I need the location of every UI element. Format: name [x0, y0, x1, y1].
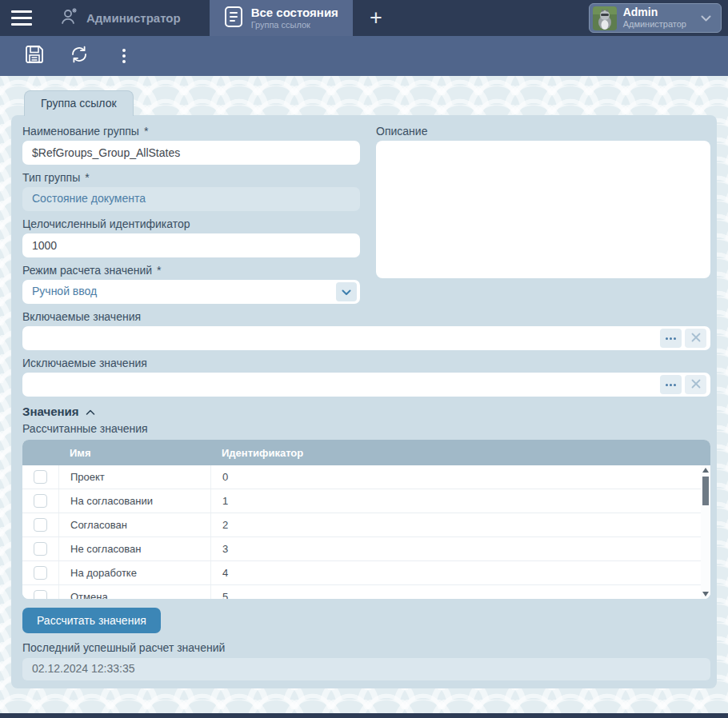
calc-mode-select[interactable]: Ручной ввод	[22, 280, 360, 304]
table-header-row: Имя Идентификатор	[22, 440, 710, 465]
table-row[interactable]: На согласовании 1	[22, 489, 710, 513]
row-id: 4	[210, 561, 308, 584]
last-calc-value: 02.12.2024 12:33:35	[22, 658, 710, 680]
save-button[interactable]	[24, 46, 45, 66]
row-id: 2	[210, 513, 308, 537]
row-name: Отмена	[58, 585, 210, 599]
int-id-input[interactable]	[22, 233, 360, 257]
required-asterisk: *	[144, 125, 148, 138]
excluded-values-label: Исключаемые значения	[22, 357, 710, 369]
page-background: Группа ссылок Наименование группы* Тип г…	[0, 76, 728, 718]
table-row[interactable]: На доработке 4	[22, 561, 710, 585]
calc-mode-value: Ручной ввод	[32, 285, 97, 297]
new-tab-button[interactable]: +	[353, 0, 399, 36]
description-label: Описание	[376, 125, 710, 138]
group-type-label: Тип группы*	[22, 171, 360, 184]
avatar	[593, 6, 617, 30]
row-name: На доработке	[58, 561, 210, 584]
row-checkbox[interactable]	[34, 470, 47, 484]
table-row[interactable]: Согласован 2	[22, 513, 710, 537]
refresh-button[interactable]	[69, 46, 90, 66]
close-icon	[691, 331, 701, 345]
table-row[interactable]: Проект 0	[22, 465, 710, 489]
more-actions-button[interactable]	[114, 46, 134, 66]
administrator-menu-item[interactable]: Администратор	[59, 0, 181, 36]
int-id-label: Целочисленный идентификатор	[22, 217, 360, 230]
values-section-toggle[interactable]: Значения	[22, 405, 710, 418]
excluded-lookup-button[interactable]	[660, 375, 682, 394]
table-scrollbar[interactable]	[701, 465, 710, 599]
row-id: 1	[210, 489, 308, 513]
header-name-column: Имя	[58, 447, 210, 459]
ellipsis-icon	[666, 384, 668, 386]
form-panel: Наименование группы* Тип группы* Состоян…	[11, 115, 717, 688]
row-name: Не согласован	[58, 537, 210, 560]
excluded-values-input[interactable]	[22, 373, 710, 397]
group-type-value: Состояние документа	[22, 187, 360, 211]
table-row[interactable]: Отмена 5	[22, 585, 710, 599]
row-checkbox[interactable]	[34, 494, 47, 508]
user-role: Администратор	[623, 19, 686, 30]
row-name: Проект	[58, 465, 210, 489]
save-icon	[24, 44, 45, 68]
row-checkbox[interactable]	[34, 590, 47, 599]
row-id: 3	[210, 537, 308, 560]
tab-all-states[interactable]: Все состояния Группа ссылок	[210, 0, 353, 36]
user-name: Admin	[623, 6, 686, 20]
scroll-down-icon[interactable]	[702, 592, 709, 596]
tab-group-links[interactable]: Группа ссылок	[24, 90, 134, 116]
tab-title: Все состояния	[251, 6, 338, 20]
row-checkbox[interactable]	[34, 518, 47, 532]
included-values-label: Включаемые значения	[22, 310, 710, 323]
required-asterisk: *	[85, 171, 89, 184]
last-calc-label: Последний успешный расчет значений	[22, 641, 710, 654]
values-section-title: Значения	[22, 405, 79, 418]
chevron-down-icon	[342, 285, 351, 298]
row-name: Согласован	[58, 513, 210, 537]
scrollbar-thumb[interactable]	[702, 477, 709, 505]
group-name-input[interactable]	[22, 141, 360, 165]
row-id: 5	[210, 585, 308, 599]
hamburger-menu-icon[interactable]	[0, 0, 42, 36]
chevron-up-icon	[86, 405, 95, 418]
top-bar: Администратор Все состояния Группа ссыло…	[0, 0, 728, 36]
included-clear-button[interactable]	[685, 329, 706, 348]
refresh-icon	[69, 44, 90, 68]
ellipsis-icon	[666, 337, 668, 340]
topbar-spacer	[399, 0, 589, 36]
table-body: Проект 0 На согласовании 1 Согласован 2	[22, 465, 710, 599]
header-id-column: Идентификатор	[210, 447, 308, 459]
scroll-up-icon[interactable]	[702, 468, 709, 473]
user-menu-button[interactable]: Admin Администратор	[589, 3, 722, 33]
row-id: 0	[210, 465, 308, 489]
table-row[interactable]: Не согласован 3	[22, 537, 710, 561]
excluded-clear-button[interactable]	[685, 375, 706, 394]
plus-icon: +	[370, 6, 382, 30]
included-lookup-button[interactable]	[660, 329, 682, 348]
description-textarea[interactable]	[376, 141, 710, 278]
document-icon	[224, 6, 243, 31]
bottom-bar	[0, 713, 728, 718]
included-values-input[interactable]	[22, 326, 710, 350]
row-checkbox[interactable]	[34, 542, 47, 556]
row-name: На согласовании	[58, 489, 210, 513]
select-dropdown-button[interactable]	[336, 282, 357, 301]
row-checkbox[interactable]	[34, 566, 47, 580]
calc-mode-label: Режим расчета значений*	[22, 264, 360, 277]
tab-subtitle: Группа ссылок	[251, 20, 338, 30]
administrator-label: Администратор	[86, 11, 181, 25]
toolbar	[0, 36, 728, 76]
computed-values-table: Имя Идентификатор Проект 0 На согласован…	[22, 440, 710, 599]
chevron-down-icon	[701, 15, 711, 22]
close-icon	[691, 377, 701, 392]
calculate-values-button[interactable]: Рассчитать значения	[22, 608, 161, 633]
required-asterisk: *	[157, 264, 161, 277]
group-name-label: Наименование группы*	[22, 125, 360, 138]
computed-values-label: Рассчитанные значения	[22, 422, 710, 435]
user-star-icon	[59, 7, 78, 29]
kebab-menu-icon	[122, 49, 126, 63]
